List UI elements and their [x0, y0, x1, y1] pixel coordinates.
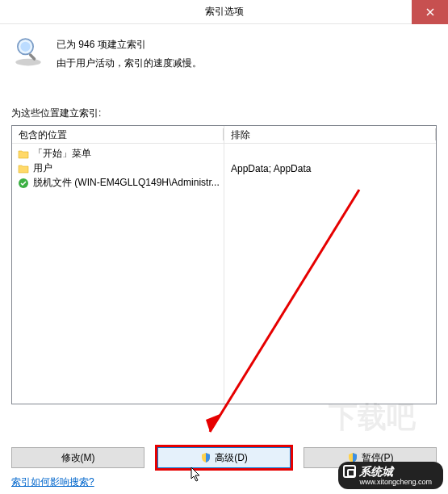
folder-icon [17, 162, 30, 175]
offline-files-icon [17, 177, 30, 190]
svg-marker-5 [206, 413, 222, 432]
help-link-row: 索引如何影响搜索? [11, 475, 94, 489]
watermark-brand: 系统城 [359, 465, 393, 478]
status-line-2: 由于用户活动，索引的速度减慢。 [57, 54, 202, 73]
svg-point-2 [20, 42, 30, 52]
help-link[interactable]: 索引如何影响搜索? [11, 476, 94, 488]
included-column: 包含的位置 「开始」菜单 用户 脱机文件 (WIN-EM4GLLQ149H\Ad… [12, 126, 224, 404]
content-area: 已为 946 项建立索引 由于用户活动，索引的速度减慢。 为这些位置建立索引: … [0, 24, 448, 404]
status-text: 已为 946 项建立索引 由于用户活动，索引的速度减慢。 [57, 34, 202, 73]
modify-button[interactable]: 修改(M) [11, 447, 144, 468]
svg-point-0 [15, 59, 41, 66]
watermark-url: www.xitongcheng.com [359, 478, 432, 486]
folder-icon [17, 148, 30, 161]
button-label: 修改(M) [61, 451, 95, 465]
item-label: 「开始」菜单 [33, 147, 91, 161]
list-item[interactable]: AppData; AppData [224, 161, 436, 176]
list-item[interactable]: 「开始」菜单 [12, 147, 224, 161]
close-icon [426, 8, 434, 16]
advanced-button[interactable]: 高级(D) [157, 447, 291, 468]
locations-listbox: 包含的位置 「开始」菜单 用户 脱机文件 (WIN-EM4GLLQ149H\Ad… [11, 125, 437, 404]
button-label: 高级(D) [215, 451, 248, 465]
included-body: 「开始」菜单 用户 脱机文件 (WIN-EM4GLLQ149H\Administ… [12, 144, 224, 194]
status-line-1: 已为 946 项建立索引 [57, 36, 202, 54]
shield-icon [200, 452, 211, 463]
excluded-body: AppData; AppData [224, 144, 436, 194]
item-label: 脱机文件 (WIN-EM4GLLQ149H\Administr... [33, 176, 220, 190]
watermark-icon [343, 465, 356, 478]
titlebar: 索引选项 [0, 0, 448, 24]
list-item[interactable] [224, 147, 436, 161]
item-label: 用户 [33, 161, 52, 175]
list-item[interactable]: 用户 [12, 161, 224, 176]
list-item[interactable] [224, 176, 436, 190]
close-button[interactable] [412, 0, 448, 24]
window-title: 索引选项 [205, 5, 244, 19]
indexing-icon [11, 34, 45, 71]
watermark-badge: 系统城 www.xitongcheng.com [338, 462, 443, 489]
list-item[interactable]: 脱机文件 (WIN-EM4GLLQ149H\Administr... [12, 176, 224, 190]
included-header[interactable]: 包含的位置 [12, 126, 224, 144]
excluded-header[interactable]: 排除 [224, 126, 436, 144]
locations-label: 为这些位置建立索引: [11, 107, 437, 120]
status-row: 已为 946 项建立索引 由于用户活动，索引的速度减慢。 [11, 34, 437, 73]
excluded-column: 排除 AppData; AppData [224, 126, 436, 404]
item-label: AppData; AppData [231, 163, 311, 174]
